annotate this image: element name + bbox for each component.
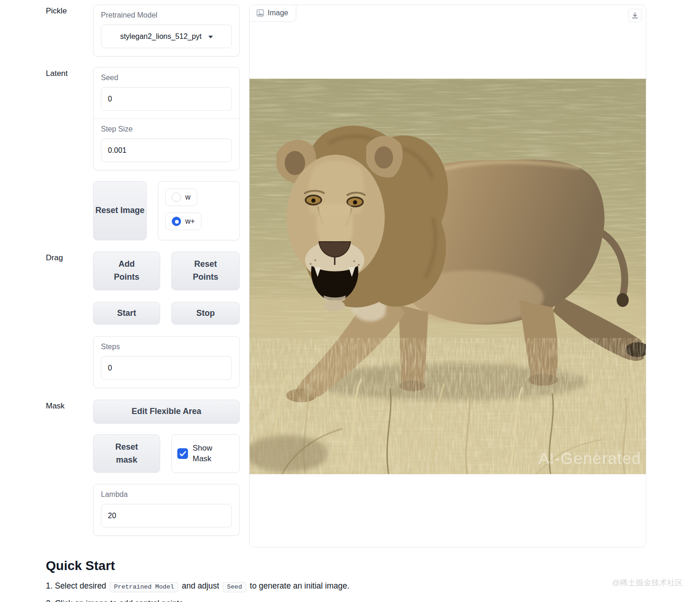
show-mask-checkbox[interactable]: Show Mask — [171, 434, 240, 473]
quick-start-step-1: 1. Select desired Pretrained Model and a… — [46, 581, 555, 591]
pickle-section-label: Pickle — [46, 5, 93, 56]
radio-unselected-icon — [172, 193, 181, 202]
lambda-label: Lambda — [101, 490, 232, 499]
checkbox-checked-icon — [177, 448, 188, 459]
image-icon — [256, 9, 264, 17]
reset-points-button-label: Reset Points — [185, 258, 226, 284]
radio-selected-icon — [172, 217, 181, 226]
pretrained-model-label: Pretrained Model — [101, 11, 232, 19]
steps-card: Steps — [93, 336, 240, 388]
pickle-row: Pickle Pretrained Model stylegan2_lions_… — [46, 5, 240, 56]
controls-column: Pickle Pretrained Model stylegan2_lions_… — [46, 5, 240, 536]
drag-row: Drag Add Points Reset Points Start Stop — [46, 251, 240, 388]
ai-generated-watermark: AI-Generated — [538, 449, 641, 468]
page-watermark: @稀土掘金技术社区 — [612, 577, 683, 588]
pretrained-model-value: stylegan2_lions_512_pyt — [120, 32, 201, 41]
pretrained-model-dropdown[interactable]: stylegan2_lions_512_pyt — [101, 25, 232, 48]
seed-input[interactable] — [101, 87, 232, 111]
stop-button[interactable]: Stop — [171, 302, 240, 325]
pretrained-model-code-chip: Pretrained Model — [110, 582, 178, 592]
reset-points-button[interactable]: Reset Points — [171, 251, 240, 290]
quick-start-title: Quick Start — [46, 558, 555, 573]
reset-image-button-label: Reset Image — [95, 204, 144, 217]
start-button-label: Start — [117, 307, 136, 320]
start-button[interactable]: Start — [93, 302, 160, 325]
latent-section-label: Latent — [46, 67, 93, 240]
image-panel: Image — [249, 5, 646, 547]
lion-image-graphic — [250, 79, 646, 474]
generated-image[interactable]: AI-Generated — [250, 79, 646, 474]
steps-label: Steps — [101, 343, 232, 351]
quick-start-section: Quick Start 1. Select desired Pretrained… — [46, 558, 555, 602]
tab-image-label: Image — [268, 9, 288, 17]
seed-label: Seed — [101, 74, 232, 82]
edit-flexible-area-button[interactable]: Edit Flexible Area — [93, 400, 240, 424]
latent-form-card: Seed Step Size — [93, 67, 240, 170]
lambda-card: Lambda — [93, 484, 240, 536]
seed-code-chip: Seed — [223, 582, 246, 592]
radio-option-w-plus[interactable]: w+ — [165, 213, 201, 230]
pretrained-model-card: Pretrained Model stylegan2_lions_512_pyt — [93, 5, 240, 56]
lambda-input[interactable] — [101, 504, 232, 527]
radio-option-w[interactable]: w — [165, 188, 197, 206]
show-mask-label: Show Mask — [193, 443, 220, 464]
reset-mask-button-label: Reset mask — [106, 441, 148, 467]
add-points-button-label: Add Points — [106, 258, 148, 284]
download-button[interactable] — [628, 9, 642, 22]
quick-start-step-2: 2. Click on image to add control points. — [46, 599, 555, 602]
chevron-down-icon — [208, 36, 213, 38]
reset-image-button[interactable]: Reset Image — [93, 181, 147, 240]
download-icon — [631, 12, 638, 19]
add-points-button[interactable]: Add Points — [93, 251, 160, 290]
steps-input[interactable] — [101, 356, 232, 380]
step-size-label: Step Size — [101, 125, 232, 133]
draggan-app: Pickle Pretrained Model stylegan2_lions_… — [0, 0, 700, 602]
latent-row: Latent Seed Step Size Reset Image — [46, 67, 240, 240]
mask-row: Mask Edit Flexible Area Reset mask Show … — [46, 400, 240, 536]
step-size-input[interactable] — [101, 138, 232, 162]
mask-section-label: Mask — [46, 400, 93, 536]
drag-section-label: Drag — [46, 251, 93, 388]
latent-space-radio-group: w w+ — [158, 181, 240, 240]
stop-button-label: Stop — [196, 307, 215, 320]
reset-mask-button[interactable]: Reset mask — [93, 434, 160, 473]
edit-flexible-area-button-label: Edit Flexible Area — [131, 405, 201, 418]
tab-image[interactable]: Image — [250, 5, 296, 22]
